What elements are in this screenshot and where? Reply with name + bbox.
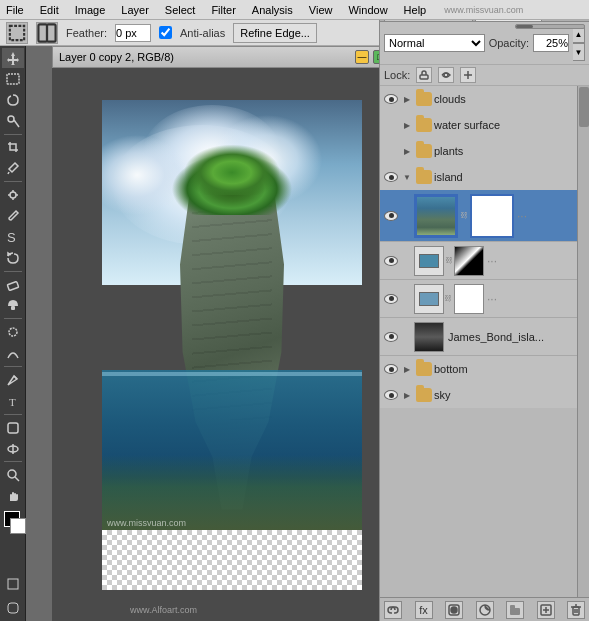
tool-crop[interactable]: [2, 137, 24, 157]
svg-rect-1: [38, 24, 47, 41]
tool-brush[interactable]: [2, 206, 24, 226]
tool-lasso-icon[interactable]: [36, 22, 58, 44]
minimize-button[interactable]: —: [355, 50, 369, 64]
tool-magic-wand[interactable]: [2, 111, 24, 131]
visibility-icon-bottom[interactable]: [384, 364, 398, 374]
layer-list-scrollbar[interactable]: [577, 86, 589, 597]
layer-row-island-layer3[interactable]: ⛓ ···: [380, 280, 589, 318]
tool-shape[interactable]: [2, 418, 24, 438]
tool-eraser[interactable]: [2, 275, 24, 295]
tool-blur[interactable]: [2, 322, 24, 342]
tool-3d[interactable]: [2, 439, 24, 459]
standard-mode-btn[interactable]: [2, 573, 24, 595]
visibility-icon-sky[interactable]: [384, 390, 398, 400]
expand-clouds[interactable]: [404, 95, 410, 104]
menu-window[interactable]: Window: [346, 4, 389, 16]
eye-water-surface[interactable]: [382, 120, 400, 130]
expand-plants[interactable]: [404, 147, 410, 156]
toolbar-separator-5: [4, 366, 22, 367]
visibility-icon-island-layer1[interactable]: [384, 211, 398, 221]
background-color[interactable]: [10, 518, 26, 534]
menu-layer[interactable]: Layer: [119, 4, 151, 16]
svg-text:T: T: [9, 396, 16, 408]
tool-pen[interactable]: [2, 370, 24, 390]
eye-bottom[interactable]: [382, 364, 400, 374]
eye-sky[interactable]: [382, 390, 400, 400]
visibility-icon-clouds[interactable]: [384, 94, 398, 104]
expand-water-surface[interactable]: [404, 121, 410, 130]
layer-options-island3[interactable]: ···: [484, 292, 500, 306]
layer-row-plants[interactable]: plants: [380, 138, 589, 164]
link-layers-btn[interactable]: [384, 601, 402, 619]
tool-clone-stamp[interactable]: S: [2, 227, 24, 247]
tool-eyedropper[interactable]: [2, 158, 24, 178]
add-group-btn[interactable]: [506, 601, 524, 619]
layer-row-bottom[interactable]: bottom: [380, 356, 589, 382]
antialias-checkbox[interactable]: [159, 26, 172, 39]
blend-mode-select[interactable]: Normal Multiply Screen Overlay: [384, 34, 485, 52]
tool-lasso[interactable]: [2, 90, 24, 110]
lock-transparency-btn[interactable]: [416, 67, 432, 83]
svg-point-31: [451, 607, 457, 613]
layer-row-island-layer1[interactable]: ⛓ ···: [380, 190, 589, 242]
layer-row-island[interactable]: island: [380, 164, 589, 190]
refine-edge-button[interactable]: Refine Edge...: [233, 23, 317, 43]
expand-island[interactable]: [403, 173, 411, 182]
eye-island[interactable]: [382, 172, 400, 182]
add-adjustment-btn[interactable]: [476, 601, 494, 619]
eye-plants[interactable]: [382, 146, 400, 156]
lock-position-btn[interactable]: [460, 67, 476, 83]
antialias-label: Anti-alias: [180, 27, 225, 39]
folder-plants-icon: [416, 144, 432, 158]
delete-layer-btn[interactable]: [567, 601, 585, 619]
quick-mask-btn[interactable]: [2, 597, 24, 619]
eye-clouds[interactable]: [382, 94, 400, 104]
expand-sky[interactable]: [404, 391, 410, 400]
layer-row-water-surface[interactable]: water surface: [380, 112, 589, 138]
tool-hand[interactable]: [2, 486, 24, 506]
menu-image[interactable]: Image: [73, 4, 108, 16]
layer-row-island-layer2[interactable]: ⛓ ···: [380, 242, 589, 280]
menu-file[interactable]: File: [4, 4, 26, 16]
tool-dodge[interactable]: [2, 343, 24, 363]
layer-list: clouds water surface: [380, 86, 589, 597]
tool-paint-bucket[interactable]: [2, 296, 24, 316]
toolbar-separator-6: [4, 414, 22, 415]
doc-content[interactable]: www.missvuan.com www.Alfoart.com: [52, 68, 412, 621]
lock-image-btn[interactable]: [438, 67, 454, 83]
layer-options-island2[interactable]: ···: [484, 254, 500, 268]
visibility-icon-james-bond[interactable]: [384, 332, 398, 342]
tool-move[interactable]: [2, 48, 24, 68]
menu-view[interactable]: View: [307, 4, 335, 16]
feather-input[interactable]: [115, 24, 151, 42]
visibility-icon-island[interactable]: [384, 172, 398, 182]
tool-history-brush[interactable]: [2, 248, 24, 268]
doc-titlebar[interactable]: Layer 0 copy 2, RGB/8) — □ ✕: [52, 46, 412, 68]
menu-select[interactable]: Select: [163, 4, 198, 16]
opacity-input[interactable]: [533, 34, 569, 52]
opacity-decrement-btn[interactable]: ▼: [573, 43, 585, 61]
layer-row-sky[interactable]: sky: [380, 382, 589, 408]
menu-analysis[interactable]: Analysis: [250, 4, 295, 16]
expand-bottom[interactable]: [404, 365, 410, 374]
tool-healing[interactable]: [2, 185, 24, 205]
tool-text[interactable]: T: [2, 391, 24, 411]
layer-row-james-bond[interactable]: James_Bond_isla...: [380, 318, 589, 356]
tool-marquee-icon[interactable]: [6, 22, 28, 44]
layer-options-island1[interactable]: ···: [514, 209, 530, 223]
visibility-icon-island-layer2[interactable]: [384, 256, 398, 266]
menu-filter[interactable]: Filter: [209, 4, 237, 16]
opacity-slider-track[interactable]: [515, 24, 585, 29]
tool-marquee[interactable]: [2, 69, 24, 89]
layer-row-clouds[interactable]: clouds: [380, 86, 589, 112]
add-layer-btn[interactable]: [537, 601, 555, 619]
menu-help[interactable]: Help: [402, 4, 429, 16]
fx-btn[interactable]: fx: [415, 601, 433, 619]
opacity-label: Opacity:: [489, 37, 529, 49]
tool-zoom[interactable]: [2, 465, 24, 485]
svg-rect-34: [510, 605, 515, 609]
scrollbar-thumb[interactable]: [579, 87, 589, 127]
menu-edit[interactable]: Edit: [38, 4, 61, 16]
add-mask-btn[interactable]: [445, 601, 463, 619]
visibility-icon-island-layer3[interactable]: [384, 294, 398, 304]
